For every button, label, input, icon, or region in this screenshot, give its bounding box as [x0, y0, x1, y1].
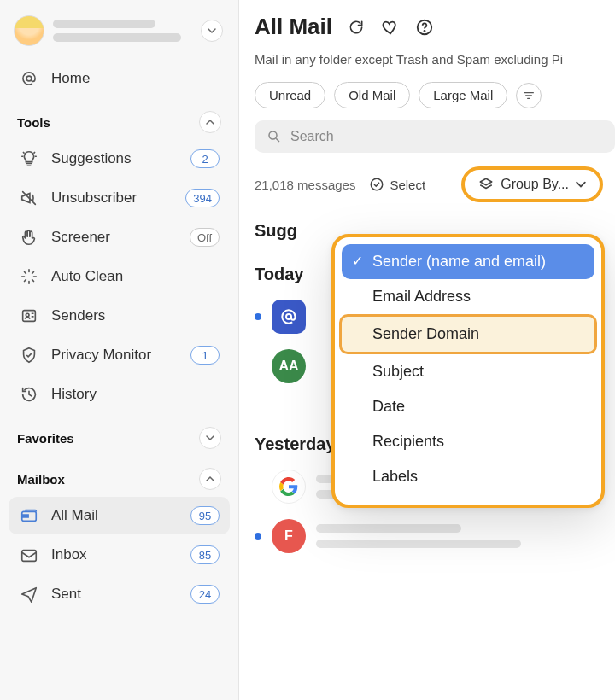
sidebar-item-label: History	[51, 386, 97, 403]
sidebar-item-all-mail[interactable]: All Mail 95	[9, 497, 230, 534]
sidebar-item-label: All Mail	[51, 507, 98, 524]
refresh-icon[interactable]	[346, 17, 366, 38]
sidebar: Home Tools Suggestions 2 Unsubscriber 39…	[0, 0, 239, 700]
sidebar-item-label: Inbox	[51, 546, 87, 563]
sent-icon	[19, 584, 39, 604]
svg-point-8	[372, 178, 384, 190]
filter-settings-icon[interactable]	[516, 83, 542, 108]
count-badge: 1	[190, 346, 220, 365]
groupby-option-sender[interactable]: Sender (name and email)	[342, 244, 594, 279]
sidebar-item-label: Suggestions	[51, 150, 132, 167]
profile-placeholder	[53, 20, 192, 42]
user-avatar	[14, 15, 44, 46]
initials-avatar: F	[272, 519, 306, 553]
sidebar-item-privacy-monitor[interactable]: Privacy Monitor 1	[9, 336, 230, 374]
unread-dot-icon	[255, 533, 261, 540]
select-label: Select	[390, 178, 425, 192]
status-badge: Off	[190, 228, 220, 247]
message-count: 21,018 messages	[255, 178, 355, 192]
groupby-option-recipients[interactable]: Recipients	[342, 424, 594, 459]
sidebar-item-auto-clean[interactable]: Auto Clean	[9, 258, 230, 295]
message-preview	[316, 524, 521, 548]
sidebar-item-label: Sent	[51, 586, 81, 603]
svg-point-2	[26, 313, 29, 317]
inbox-icon	[19, 545, 39, 565]
group-by-label: Group By...	[501, 177, 569, 192]
count-badge: 24	[190, 585, 220, 604]
sidebar-item-sent[interactable]: Sent 24	[9, 575, 230, 613]
svg-rect-4	[22, 551, 37, 562]
section-mailbox-header[interactable]: Mailbox	[9, 456, 230, 495]
hand-icon	[19, 227, 39, 248]
folder-description: Mail in any folder except Trash and Spam…	[255, 52, 615, 67]
chevron-up-icon[interactable]	[199, 111, 221, 133]
google-avatar	[272, 470, 306, 504]
app-avatar	[272, 300, 306, 334]
sidebar-item-label: Unsubscriber	[51, 190, 137, 207]
shield-icon	[19, 345, 39, 365]
search-placeholder: Search	[290, 129, 334, 144]
count-badge: 85	[190, 545, 220, 564]
groupby-option-sender-domain[interactable]: Sender Domain	[339, 314, 597, 354]
svg-point-7	[269, 131, 277, 139]
sidebar-item-label: Home	[51, 70, 90, 87]
select-button[interactable]: Select	[369, 177, 425, 192]
groupby-option-subject[interactable]: Subject	[342, 354, 594, 389]
sidebar-item-label: Screener	[51, 229, 110, 246]
contact-card-icon	[19, 306, 39, 326]
count-badge: 95	[190, 506, 220, 525]
filter-large-mail[interactable]: Large Mail	[419, 82, 507, 108]
chevron-up-icon[interactable]	[199, 468, 221, 490]
bulb-icon	[19, 149, 39, 169]
chevron-down-icon[interactable]	[201, 20, 223, 42]
sidebar-item-suggestions[interactable]: Suggestions 2	[9, 140, 230, 178]
all-mail-icon	[19, 505, 39, 526]
list-toolbar: 21,018 messages Select Group By...	[255, 166, 615, 202]
sidebar-item-label: Privacy Monitor	[51, 347, 151, 364]
message-row[interactable]: F	[255, 519, 615, 553]
count-badge: 394	[185, 189, 220, 207]
count-badge: 2	[190, 149, 220, 168]
groupby-option-date[interactable]: Date	[342, 389, 594, 424]
search-icon	[266, 129, 282, 144]
initials-avatar: AA	[272, 349, 306, 383]
svg-point-0	[26, 76, 32, 81]
auto-clean-icon	[19, 266, 39, 287]
filter-old-mail[interactable]: Old Mail	[334, 82, 410, 108]
sidebar-item-inbox[interactable]: Inbox 85	[9, 536, 230, 574]
chevron-down-icon[interactable]	[199, 427, 221, 449]
unread-dot-icon	[255, 313, 261, 320]
sidebar-item-screener[interactable]: Screener Off	[9, 219, 230, 256]
sidebar-item-senders[interactable]: Senders	[9, 297, 230, 335]
filter-unread[interactable]: Unread	[255, 82, 325, 108]
profile-row[interactable]	[9, 10, 230, 58]
group-by-menu: Sender (name and email) Email Address Se…	[331, 234, 605, 508]
page-title: All Mail	[255, 14, 332, 40]
svg-point-6	[424, 31, 425, 32]
layers-icon	[478, 177, 494, 192]
sidebar-item-unsubscriber[interactable]: Unsubscriber 394	[9, 179, 230, 217]
section-label: Tools	[17, 115, 50, 130]
groupby-option-email-address[interactable]: Email Address	[342, 279, 594, 314]
section-label: Mailbox	[17, 472, 65, 487]
section-favorites-header[interactable]: Favorites	[9, 415, 230, 454]
sidebar-item-history[interactable]: History	[9, 376, 230, 413]
groupby-option-labels[interactable]: Labels	[342, 459, 594, 494]
history-icon	[19, 384, 39, 405]
sidebar-item-label: Auto Clean	[51, 268, 123, 285]
sidebar-item-home[interactable]: Home	[9, 60, 230, 97]
header-bar: All Mail	[255, 14, 615, 40]
help-icon[interactable]	[414, 17, 435, 38]
svg-rect-3	[22, 511, 37, 521]
at-sign-icon	[19, 68, 39, 89]
sidebar-item-label: Senders	[51, 307, 105, 324]
filter-row: Unread Old Mail Large Mail	[255, 82, 615, 108]
search-input[interactable]: Search	[255, 120, 615, 153]
heart-icon[interactable]	[380, 17, 401, 38]
chevron-down-icon	[576, 179, 586, 190]
group-by-button[interactable]: Group By...	[461, 166, 603, 202]
megaphone-off-icon	[19, 188, 39, 208]
section-label: Favorites	[17, 431, 74, 446]
section-tools-header[interactable]: Tools	[9, 99, 230, 138]
